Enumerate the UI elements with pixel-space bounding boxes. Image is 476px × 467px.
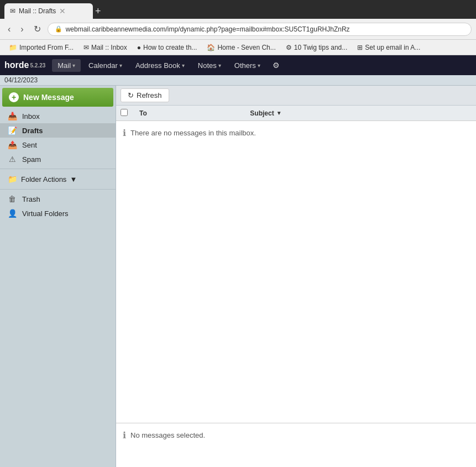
reload-button[interactable]: ↻ <box>30 22 44 36</box>
nav-address-book-arrow: ▾ <box>182 62 185 69</box>
bookmark-home[interactable]: 🏠 Home - Seven Ch... <box>202 43 280 53</box>
browser-chrome: ✉ Mail :: Drafts ✕ + ‹ › ↻ 🔒 webmail.car… <box>0 0 476 55</box>
tab-close-button[interactable]: ✕ <box>59 7 66 15</box>
new-tab-button[interactable]: + <box>95 6 101 17</box>
drafts-icon <box>7 126 18 135</box>
horde-logo-text: horde <box>4 60 29 70</box>
bookmark-label-3: Home - Seven Ch... <box>217 44 275 51</box>
horde-nav: horde 5.2.23 Mail ▾ Calendar ▾ Address B… <box>0 55 476 75</box>
sidebar-item-spam[interactable]: Spam <box>0 152 116 166</box>
empty-message-text: There are no messages in this mailbox. <box>130 129 256 137</box>
nav-others-label: Others <box>234 61 256 70</box>
refresh-label: Refresh <box>137 91 162 99</box>
nav-calendar-arrow: ▾ <box>119 62 122 69</box>
bookmark-icon-5: ⊞ <box>357 44 363 51</box>
lock-icon: 🔒 <box>55 25 62 33</box>
horde-version: 5.2.23 <box>30 62 45 69</box>
sidebar-item-virtual-folders[interactable]: Virtual Folders <box>0 206 116 221</box>
nav-mail-label: Mail <box>57 61 71 70</box>
bookmark-twig[interactable]: ⚙ 10 Twig tips and... <box>281 43 352 53</box>
inbox-label: Inbox <box>22 112 40 120</box>
spam-icon <box>7 155 18 164</box>
sidebar-item-drafts[interactable]: Drafts <box>0 123 116 138</box>
url-bar[interactable]: 🔒 webmail.caribbeannewmedia.com/imp/dyna… <box>48 23 472 36</box>
bookmark-icon-4: ⚙ <box>286 44 292 51</box>
no-selection-message: ℹ No messages selected. <box>123 430 205 440</box>
forward-button[interactable]: › <box>17 22 27 36</box>
nav-notes-arrow: ▾ <box>218 62 221 69</box>
sidebar-item-trash[interactable]: Trash <box>0 192 116 206</box>
date-bar: 04/12/2023 <box>0 75 476 86</box>
nav-address-book[interactable]: Address Book ▾ <box>130 59 190 72</box>
bookmark-icon-2: ● <box>137 44 141 51</box>
header-checkbox-col <box>121 109 137 118</box>
bookmark-imported[interactable]: 📁 Imported From F... <box>4 43 78 53</box>
nav-mail[interactable]: Mail ▾ <box>52 59 81 72</box>
sidebar-divider-2 <box>0 189 116 190</box>
select-all-checkbox[interactable] <box>121 109 128 116</box>
preview-info-icon: ℹ <box>123 430 126 440</box>
back-button[interactable]: ‹ <box>4 22 14 36</box>
bookmark-icon-1: ✉ <box>83 44 89 51</box>
content-area: ↻ Refresh To Subject ▼ <box>116 86 476 467</box>
current-date: 04/12/2023 <box>4 76 38 84</box>
nav-others[interactable]: Others ▾ <box>229 59 266 72</box>
refresh-button[interactable]: ↻ Refresh <box>121 88 169 102</box>
bookmark-label-5: Set up email in A... <box>365 44 420 51</box>
col-subject-label: Subject <box>250 109 274 117</box>
nav-mail-arrow: ▾ <box>72 62 75 69</box>
bookmark-setup[interactable]: ⊞ Set up email in A... <box>353 43 425 53</box>
nav-notes-label: Notes <box>198 61 217 70</box>
new-message-label: New Message <box>23 93 74 102</box>
preview-pane: ℹ No messages selected. <box>116 423 476 467</box>
nav-calendar-label: Calendar <box>88 61 118 70</box>
sidebar: + New Message Inbox Drafts Sent Spam <box>0 86 116 467</box>
new-message-button[interactable]: + New Message <box>2 88 113 107</box>
sidebar-divider-1 <box>0 169 116 169</box>
bookmark-how-to[interactable]: ● How to create th... <box>133 43 202 53</box>
bookmark-label-2: How to create th... <box>143 44 197 51</box>
virtual-folders-label: Virtual Folders <box>22 209 69 218</box>
nav-address-book-label: Address Book <box>135 61 180 70</box>
settings-button[interactable]: ⚙ <box>268 59 284 72</box>
bookmark-label-0: Imported From F... <box>19 44 74 51</box>
tab-mail-icon: ✉ <box>10 7 15 15</box>
sent-icon <box>7 140 18 149</box>
header-to: To <box>137 109 250 117</box>
sent-label: Sent <box>22 141 37 149</box>
folder-actions-icon <box>7 175 18 183</box>
drafts-label: Drafts <box>22 127 43 135</box>
message-list-header: To Subject ▼ <box>116 106 476 121</box>
folder-actions-button[interactable]: Folder Actions ▼ <box>0 171 116 187</box>
horde-logo: horde 5.2.23 <box>4 60 45 70</box>
header-subject[interactable]: Subject ▼ <box>250 109 472 117</box>
inbox-icon <box>7 112 18 120</box>
no-selection-text: No messages selected. <box>130 431 205 439</box>
url-text: webmail.caribbeannewmedia.com/imp/dynami… <box>66 25 350 33</box>
sidebar-item-sent[interactable]: Sent <box>0 138 116 152</box>
empty-message: ℹ There are no messages in this mailbox. <box>116 121 476 145</box>
bookmark-icon-0: 📁 <box>9 44 17 51</box>
sidebar-item-inbox[interactable]: Inbox <box>0 109 116 123</box>
bookmark-icon-3: 🏠 <box>207 44 215 51</box>
trash-icon <box>7 195 18 203</box>
browser-nav-bar: ‹ › ↻ 🔒 webmail.caribbeannewmedia.com/im… <box>0 19 476 40</box>
spam-label: Spam <box>22 155 41 164</box>
tab-bar: ✉ Mail :: Drafts ✕ + <box>0 0 476 19</box>
folder-actions-arrow: ▼ <box>70 175 77 183</box>
bookmark-label-1: Mail :: Inbox <box>91 44 127 51</box>
refresh-icon: ↻ <box>128 91 134 99</box>
nav-notes[interactable]: Notes ▾ <box>192 59 227 72</box>
nav-others-arrow: ▾ <box>258 62 260 69</box>
nav-calendar[interactable]: Calendar ▾ <box>83 59 128 72</box>
new-message-plus-icon: + <box>9 92 19 102</box>
toolbar: ↻ Refresh <box>116 86 476 106</box>
bookmark-mail-inbox[interactable]: ✉ Mail :: Inbox <box>79 43 132 53</box>
empty-info-icon: ℹ <box>123 128 126 138</box>
folder-actions-label: Folder Actions <box>21 175 66 183</box>
virtual-folders-icon <box>7 209 18 218</box>
active-tab[interactable]: ✉ Mail :: Drafts ✕ <box>4 3 93 19</box>
message-list: To Subject ▼ ℹ There are no messages in … <box>116 106 476 423</box>
app-container: horde 5.2.23 Mail ▾ Calendar ▾ Address B… <box>0 55 476 467</box>
bookmark-label-4: 10 Twig tips and... <box>294 44 348 51</box>
